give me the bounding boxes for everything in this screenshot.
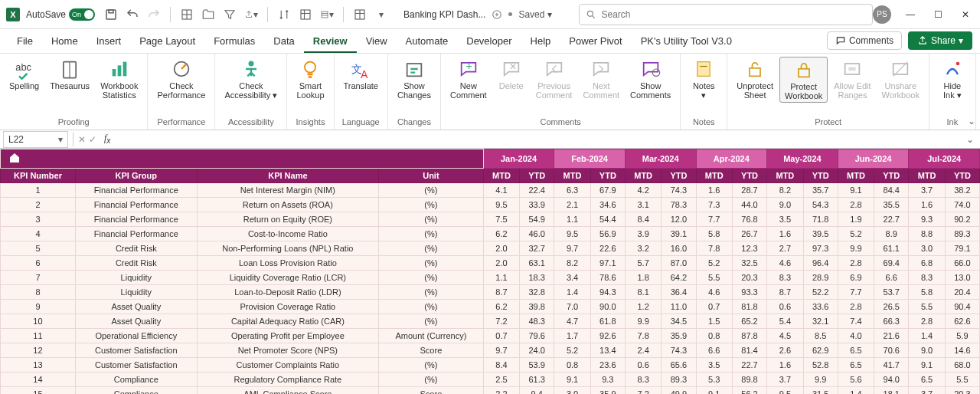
data-cell[interactable]: 0.6 — [767, 300, 803, 314]
data-cell[interactable]: 4.1 — [483, 183, 519, 198]
qat-open-icon[interactable] — [201, 8, 215, 21]
data-cell[interactable]: 0.8 — [554, 358, 590, 373]
data-cell[interactable]: 13.4 — [590, 343, 625, 358]
data-grid[interactable]: Jan-2024Feb-2024Mar-2024Apr-2024May-2024… — [0, 149, 980, 394]
data-cell[interactable]: 7.3 — [696, 198, 732, 212]
data-cell[interactable]: 9.7 — [483, 343, 519, 358]
data-cell[interactable]: 1.6 — [909, 198, 945, 212]
user-avatar[interactable]: PS — [873, 5, 891, 24]
comments-button[interactable]: Comments — [827, 31, 902, 50]
data-cell[interactable]: 6.6 — [874, 271, 909, 285]
data-cell[interactable]: 8.7 — [483, 285, 519, 300]
data-cell[interactable]: 1.2 — [625, 300, 661, 314]
data-cell[interactable]: 9.9 — [838, 241, 874, 256]
column-header[interactable]: KPI Number — [1, 169, 76, 183]
ribbon-show-button[interactable]: ShowChanges — [393, 57, 436, 101]
data-cell[interactable]: 26.7 — [732, 227, 766, 241]
data-cell[interactable]: 87.0 — [662, 256, 696, 271]
kpi-group-cell[interactable]: Compliance — [75, 373, 197, 387]
data-cell[interactable]: 22.7 — [874, 212, 909, 227]
kpi-group-cell[interactable]: Compliance — [75, 387, 197, 395]
data-cell[interactable]: 8.3 — [625, 373, 661, 387]
data-cell[interactable]: 7.5 — [483, 212, 519, 227]
data-cell[interactable]: 3.2 — [625, 241, 661, 256]
data-cell[interactable]: 7.4 — [838, 314, 874, 329]
data-cell[interactable]: 89.3 — [945, 227, 979, 241]
data-cell[interactable]: 9.3 — [909, 212, 945, 227]
data-cell[interactable]: 76.8 — [732, 212, 766, 227]
formula-input[interactable] — [115, 131, 960, 148]
kpi-name-cell[interactable]: Cost-to-Income Ratio — [197, 227, 378, 241]
data-cell[interactable]: 9.1 — [554, 373, 590, 387]
tab-file[interactable]: File — [8, 31, 42, 53]
data-cell[interactable]: 7.2 — [625, 387, 661, 395]
kpi-number-cell[interactable]: 7 — [1, 271, 76, 285]
data-cell[interactable]: 2.2 — [483, 387, 519, 395]
data-cell[interactable]: 8.8 — [909, 227, 945, 241]
data-cell[interactable]: 2.7 — [767, 241, 803, 256]
table-row[interactable]: 14ComplianceRegulatory Compliance Rate(%… — [1, 373, 980, 387]
data-cell[interactable]: 49.9 — [662, 387, 696, 395]
ribbon-translate-button[interactable]: 文ATranslate — [339, 57, 383, 92]
data-cell[interactable]: 33.9 — [520, 198, 554, 212]
tab-automate[interactable]: Automate — [397, 31, 458, 53]
share-button[interactable]: Share ▾ — [908, 31, 972, 50]
table-row[interactable]: 6Credit RiskLoan Loss Provision Ratio(%)… — [1, 256, 980, 271]
kpi-unit-cell[interactable]: (%) — [379, 358, 484, 373]
data-cell[interactable]: 1.4 — [838, 387, 874, 395]
data-cell[interactable]: 56.2 — [732, 387, 766, 395]
data-cell[interactable]: 21.6 — [874, 329, 909, 343]
column-header[interactable]: KPI Name — [197, 169, 378, 183]
data-cell[interactable]: 12.3 — [732, 241, 766, 256]
table-row[interactable]: 2Financial PerformanceReturn on Assets (… — [1, 198, 980, 212]
data-cell[interactable]: 68.0 — [945, 358, 979, 373]
data-cell[interactable]: 4.5 — [767, 329, 803, 343]
data-cell[interactable]: 35.9 — [590, 387, 625, 395]
kpi-group-cell[interactable]: Asset Quality — [75, 314, 197, 329]
data-cell[interactable]: 26.5 — [874, 300, 909, 314]
kpi-number-cell[interactable]: 10 — [1, 314, 76, 329]
data-cell[interactable]: 8.7 — [767, 285, 803, 300]
data-cell[interactable]: 74.0 — [945, 198, 979, 212]
tab-data[interactable]: Data — [264, 31, 303, 53]
data-cell[interactable]: 31.5 — [803, 387, 838, 395]
data-cell[interactable]: 81.8 — [732, 300, 766, 314]
kpi-unit-cell[interactable]: (%) — [379, 198, 484, 212]
data-cell[interactable]: 66.3 — [874, 314, 909, 329]
table-row[interactable]: 9Asset QualityProvision Coverage Ratio(%… — [1, 300, 980, 314]
data-cell[interactable]: 22.6 — [590, 241, 625, 256]
data-cell[interactable]: 2.8 — [838, 256, 874, 271]
data-cell[interactable]: 20.3 — [945, 387, 979, 395]
kpi-group-cell[interactable]: Credit Risk — [75, 241, 197, 256]
data-cell[interactable]: 8.1 — [625, 285, 661, 300]
kpi-unit-cell[interactable]: (%) — [379, 256, 484, 271]
tab-developer[interactable]: Developer — [457, 31, 521, 53]
ribbon-notes-button[interactable]: Notes▾ — [685, 57, 722, 101]
data-cell[interactable]: 32.5 — [732, 256, 766, 271]
data-cell[interactable]: 1.8 — [625, 271, 661, 285]
data-cell[interactable]: 6.9 — [838, 271, 874, 285]
table-row[interactable]: 5Credit RiskNon-Performing Loans (NPL) R… — [1, 241, 980, 256]
table-row[interactable]: 10Asset QualityCapital Adequacy Ratio (C… — [1, 314, 980, 329]
data-cell[interactable]: 3.9 — [625, 227, 661, 241]
kpi-unit-cell[interactable]: Score — [379, 387, 484, 395]
kpi-group-cell[interactable]: Liquidity — [75, 285, 197, 300]
table-row[interactable]: 7LiquidityLiquidity Coverage Ratio (LCR)… — [1, 271, 980, 285]
data-cell[interactable]: 8.3 — [909, 271, 945, 285]
data-cell[interactable]: 2.8 — [838, 300, 874, 314]
kpi-group-cell[interactable]: Credit Risk — [75, 256, 197, 271]
kpi-unit-cell[interactable]: (%) — [379, 373, 484, 387]
tab-help[interactable]: Help — [521, 31, 560, 53]
data-cell[interactable]: 3.0 — [554, 387, 590, 395]
kpi-unit-cell[interactable]: (%) — [379, 227, 484, 241]
data-cell[interactable]: 2.4 — [625, 343, 661, 358]
data-cell[interactable]: 65.2 — [732, 314, 766, 329]
sub-header[interactable]: YTD — [874, 169, 909, 183]
fx-icon[interactable]: fx — [104, 133, 110, 145]
data-cell[interactable]: 5.8 — [696, 227, 732, 241]
data-cell[interactable]: 56.9 — [590, 227, 625, 241]
table-row[interactable]: 4Financial PerformanceCost-to-Income Rat… — [1, 227, 980, 241]
data-cell[interactable]: 28.9 — [803, 271, 838, 285]
data-cell[interactable]: 64.2 — [662, 271, 696, 285]
data-cell[interactable]: 81.4 — [732, 343, 766, 358]
